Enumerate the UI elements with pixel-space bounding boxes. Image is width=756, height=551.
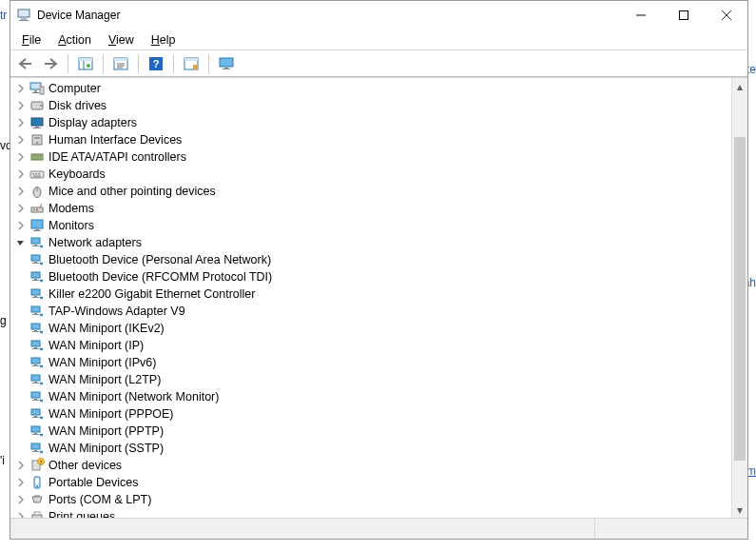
menu-file[interactable]: File <box>14 31 48 49</box>
refresh-button[interactable] <box>180 53 203 74</box>
network-icon <box>29 355 45 370</box>
tree-item[interactable]: Bluetooth Device (RFCOMM Protocol TDI) <box>14 268 731 285</box>
svg-rect-88 <box>34 382 37 383</box>
svg-rect-76 <box>34 330 37 331</box>
svg-point-10 <box>87 64 90 68</box>
help-button[interactable]: ? <box>145 53 167 74</box>
tree-item[interactable]: Network adapters <box>14 234 731 251</box>
expand-icon[interactable] <box>14 459 28 472</box>
computer-icon <box>29 81 45 96</box>
collapse-icon[interactable] <box>14 236 28 249</box>
expand-icon[interactable] <box>14 99 28 112</box>
tree-item[interactable]: Ports (COM & LPT) <box>14 491 731 508</box>
svg-point-94 <box>41 400 42 401</box>
expand-icon[interactable] <box>14 493 28 506</box>
menu-help[interactable]: Help <box>144 31 184 49</box>
toolbar-separator <box>138 54 139 73</box>
svg-rect-60 <box>34 262 37 263</box>
forward-button[interactable] <box>39 53 62 74</box>
tree-item-label: Disk drives <box>48 99 107 112</box>
svg-rect-83 <box>31 358 40 364</box>
svg-point-29 <box>40 105 42 107</box>
monitor-icon <box>29 218 45 233</box>
tree-item[interactable]: WAN Miniport (SSTP) <box>14 440 731 457</box>
tree-item[interactable]: TAP-Windows Adapter V9 <box>14 303 731 320</box>
tree-item[interactable]: Modems <box>14 200 731 217</box>
svg-rect-72 <box>34 313 37 314</box>
tree-item[interactable]: Killer e2200 Gigabit Ethernet Controller <box>14 285 731 303</box>
expand-icon[interactable] <box>14 116 28 129</box>
tree-item[interactable]: WAN Miniport (IKEv2) <box>14 320 731 337</box>
tree-item[interactable]: Portable Devices <box>14 474 731 491</box>
expand-icon[interactable] <box>14 150 28 164</box>
tree-item[interactable]: WAN Miniport (IP) <box>14 337 731 354</box>
back-button[interactable] <box>14 53 37 74</box>
tree-item-label: WAN Miniport (IKEv2) <box>48 322 165 335</box>
properties-button[interactable] <box>109 53 132 74</box>
svg-rect-75 <box>31 324 40 329</box>
expand-icon[interactable] <box>14 82 28 95</box>
svg-rect-99 <box>31 426 40 432</box>
tree-item[interactable]: IDE ATA/ATAPI controllers <box>14 148 731 166</box>
display-monitor-button[interactable] <box>215 53 238 74</box>
tree-item[interactable]: Bluetooth Device (Personal Area Network) <box>14 251 731 268</box>
expand-icon[interactable] <box>14 510 28 518</box>
network-icon <box>29 423 45 439</box>
scroll-up-button[interactable]: ▴ <box>732 78 747 94</box>
tree-item[interactable]: WAN Miniport (IPv6) <box>14 354 731 371</box>
svg-rect-12 <box>114 58 127 61</box>
expand-icon[interactable] <box>14 185 28 198</box>
titlebar[interactable]: Device Manager <box>10 1 747 30</box>
expand-icon[interactable] <box>14 476 28 489</box>
tree-item[interactable]: Mice and other pointing devices <box>14 183 731 200</box>
menu-view[interactable]: View <box>101 31 142 49</box>
tree-item[interactable]: Print queues <box>14 508 731 518</box>
expand-icon[interactable] <box>14 167 28 181</box>
minimize-button[interactable] <box>619 1 662 30</box>
svg-rect-101 <box>32 434 39 435</box>
tree-item[interactable]: WAN Miniport (PPTP) <box>14 423 731 440</box>
tree-item[interactable]: Computer <box>14 80 731 97</box>
menu-action[interactable]: Action <box>50 31 99 49</box>
tree-item[interactable]: Disk drives <box>14 97 731 114</box>
maximize-button[interactable] <box>662 1 705 30</box>
scroll-down-button[interactable]: ▾ <box>732 502 747 518</box>
vertical-scrollbar[interactable]: ▴ ▾ <box>731 78 747 518</box>
tree-item[interactable]: Keyboards <box>14 166 731 183</box>
expand-icon[interactable] <box>14 219 28 232</box>
hid-icon <box>29 132 45 148</box>
svg-rect-0 <box>18 10 29 17</box>
mouse-icon <box>29 184 45 199</box>
toolbar-separator <box>68 54 68 73</box>
svg-rect-92 <box>34 399 37 400</box>
tree-item-label: Monitors <box>48 219 94 232</box>
tree-item[interactable]: WAN Miniport (Network Monitor) <box>14 388 731 405</box>
svg-rect-27 <box>40 87 44 94</box>
status-cell <box>595 519 747 539</box>
expand-icon[interactable] <box>14 202 28 215</box>
expand-icon[interactable] <box>14 133 28 147</box>
svg-rect-21 <box>220 58 233 67</box>
tree-item[interactable]: WAN Miniport (L2TP) <box>14 371 731 388</box>
tree-item[interactable]: Human Interface Devices <box>14 131 731 148</box>
tree-item[interactable]: WAN Miniport (PPPOE) <box>14 405 731 423</box>
toolbar: ? <box>10 50 747 77</box>
tree-item[interactable]: Monitors <box>14 217 731 234</box>
scroll-thumb[interactable] <box>734 137 746 461</box>
svg-rect-8 <box>79 58 92 61</box>
tree-item[interactable]: ?Other devices <box>14 457 731 474</box>
close-button[interactable] <box>705 1 747 30</box>
tree-item-label: WAN Miniport (L2TP) <box>48 373 161 386</box>
svg-rect-53 <box>35 229 39 230</box>
network-icon <box>29 304 45 319</box>
network-icon <box>29 321 45 336</box>
svg-rect-55 <box>31 238 40 244</box>
svg-rect-111 <box>36 479 39 484</box>
device-tree[interactable]: ComputerDisk drivesDisplay adaptersHuman… <box>10 78 731 518</box>
svg-point-86 <box>41 365 42 366</box>
svg-point-102 <box>41 434 42 435</box>
show-hide-tree-button[interactable] <box>74 53 97 74</box>
tree-item-label: Bluetooth Device (Personal Area Network) <box>48 253 271 266</box>
toolbar-separator <box>173 54 174 73</box>
tree-item[interactable]: Display adapters <box>14 114 731 131</box>
